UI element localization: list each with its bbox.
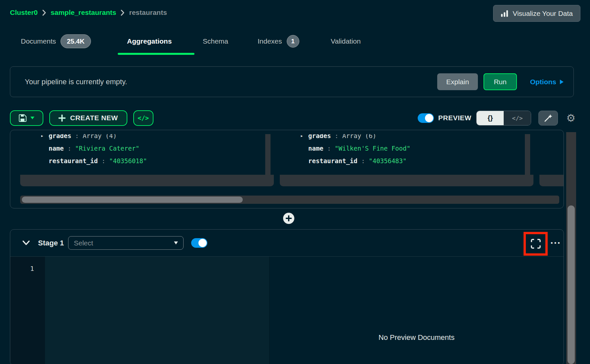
save-icon <box>19 114 26 122</box>
document-card-scrollbar[interactable] <box>525 134 530 175</box>
document-field-restaurant-id: restaurant_id : "40356018" <box>20 155 274 167</box>
code-icon: </> <box>512 115 523 122</box>
visualize-your-data-button[interactable]: Visualize Your Data <box>493 5 580 22</box>
tab-indexes-label: Indexes <box>258 37 282 45</box>
chevron-right-icon <box>42 10 46 16</box>
breadcrumb-database[interactable]: sample_restaurants <box>51 9 116 17</box>
explain-button[interactable]: Explain <box>437 73 478 90</box>
code-icon: </> <box>138 114 149 122</box>
chevron-down-icon <box>174 241 178 244</box>
document-field-restaurant-id: restaurant_id : "40356483" <box>280 155 533 167</box>
no-preview-message: No Preview Documents <box>270 333 564 342</box>
stage-preview-panel: No Preview Documents <box>269 257 564 364</box>
document-card-scrollbar[interactable] <box>265 134 271 175</box>
settings-gear-icon[interactable]: ⚙ <box>566 113 575 123</box>
indexes-count-badge: 1 <box>287 35 299 48</box>
select-placeholder: Select <box>74 239 174 247</box>
tab-validation-label: Validation <box>331 37 361 45</box>
tab-indexes[interactable]: Indexes 1 <box>258 34 299 48</box>
tab-aggregations-label: Aggregations <box>127 37 172 45</box>
breadcrumb-collection: restaurants <box>129 9 167 17</box>
braces-icon: {} <box>487 114 493 122</box>
chevron-right-icon <box>120 10 125 16</box>
options-expand-icon <box>560 80 564 84</box>
collapse-stage-icon[interactable] <box>22 240 30 246</box>
stage-number-label: Stage 1 <box>38 239 64 247</box>
options-button[interactable]: Options <box>530 78 564 86</box>
fullscreen-icon[interactable] <box>530 238 541 249</box>
text-view-button[interactable]: </> <box>504 111 531 125</box>
active-tab-indicator <box>118 53 194 55</box>
pipeline-toolbar-right: PREVIEW {} </> ⚙ <box>418 110 575 126</box>
plus-icon <box>59 115 65 122</box>
plus-icon <box>286 215 292 221</box>
stage-view-button[interactable]: {} <box>477 111 504 125</box>
visualize-button-label: Visualize Your Data <box>513 10 573 18</box>
breadcrumb: Cluster0 sample_restaurants restaurants <box>10 7 167 18</box>
tab-documents-label: Documents <box>21 37 56 45</box>
preview-toggle[interactable] <box>418 113 434 123</box>
stage-enabled-toggle[interactable] <box>191 238 207 248</box>
magic-wand-icon <box>544 114 553 123</box>
pipeline-as-text-button[interactable]: </> <box>133 110 153 126</box>
editor-line-number-gutter: 1 <box>10 257 45 364</box>
preview-toggle-label: PREVIEW <box>438 114 471 122</box>
document-card-partial <box>539 134 564 186</box>
pipeline-header-bar: Your pipeline is currently empty. Explai… <box>10 66 574 97</box>
document-card-footer <box>20 175 274 186</box>
options-label: Options <box>530 78 556 86</box>
document-card-content: ▸ grades : Array (4) name : "Riviera Cat… <box>20 134 274 175</box>
tab-schema[interactable]: Schema <box>203 34 228 48</box>
line-number: 1 <box>30 265 34 273</box>
tab-aggregations[interactable]: Aggregations <box>127 34 172 48</box>
pipeline-empty-message: Your pipeline is currently empty. <box>25 78 127 86</box>
document-card: ▸ grades : Array (6) name : "Wilken'S Fi… <box>280 134 533 186</box>
save-pipeline-button[interactable] <box>10 110 43 126</box>
toggle-knob <box>425 114 433 122</box>
annotation-highlight-box <box>524 232 548 256</box>
pipeline-preview-area: ▸ grades : Array (4) name : "Riviera Cat… <box>10 130 564 208</box>
stage-1-header: Stage 1 Select ••• <box>10 230 564 257</box>
preview-horizontal-scrollbar <box>20 196 559 204</box>
add-stage-button[interactable] <box>283 213 294 224</box>
expand-array-icon[interactable]: ▸ <box>300 134 303 142</box>
breadcrumb-cluster[interactable]: Cluster0 <box>10 9 38 17</box>
document-card: ▸ grades : Array (4) name : "Riviera Cat… <box>20 134 274 186</box>
pipeline-toolbar-left: CREATE NEW </> <box>10 110 153 126</box>
create-new-button[interactable]: CREATE NEW <box>49 110 127 126</box>
tab-validation[interactable]: Validation <box>331 34 361 48</box>
documents-count-badge: 25.4K <box>61 34 91 48</box>
document-field-name: name : "Wilken'S Fine Food" <box>280 142 533 155</box>
stage-code-editor[interactable] <box>45 257 269 364</box>
tab-schema-label: Schema <box>203 37 228 45</box>
stage-operator-select[interactable]: Select <box>68 236 184 250</box>
page-scrollbar-thumb[interactable] <box>568 205 575 364</box>
document-card-footer <box>539 175 564 186</box>
bar-chart-icon <box>501 10 508 17</box>
document-card-content: ▸ grades : Array (6) name : "Wilken'S Fi… <box>280 134 533 175</box>
tab-documents[interactable]: Documents 25.4K <box>21 34 91 48</box>
save-dropdown-caret-icon <box>30 117 34 119</box>
expand-array-icon[interactable]: ▸ <box>41 134 44 142</box>
document-field-name: name : "Riviera Caterer" <box>20 142 274 155</box>
view-mode-segmented-control: {} </> <box>476 111 531 126</box>
create-new-label: CREATE NEW <box>70 114 118 122</box>
stage-more-options-icon[interactable]: ••• <box>551 230 561 257</box>
stage-1-card: Stage 1 Select ••• 1 No Preview Document… <box>10 229 564 364</box>
ai-wand-button[interactable] <box>538 111 558 126</box>
run-button[interactable]: Run <box>484 73 517 90</box>
toggle-knob <box>198 239 207 247</box>
stage-1-body: 1 No Preview Documents <box>10 257 564 364</box>
horizontal-scrollbar-thumb[interactable] <box>22 197 243 203</box>
document-field-grades: ▸ grades : Array (4) <box>20 134 274 142</box>
document-field-grades: ▸ grades : Array (6) <box>280 134 533 142</box>
document-card-footer <box>280 175 533 186</box>
